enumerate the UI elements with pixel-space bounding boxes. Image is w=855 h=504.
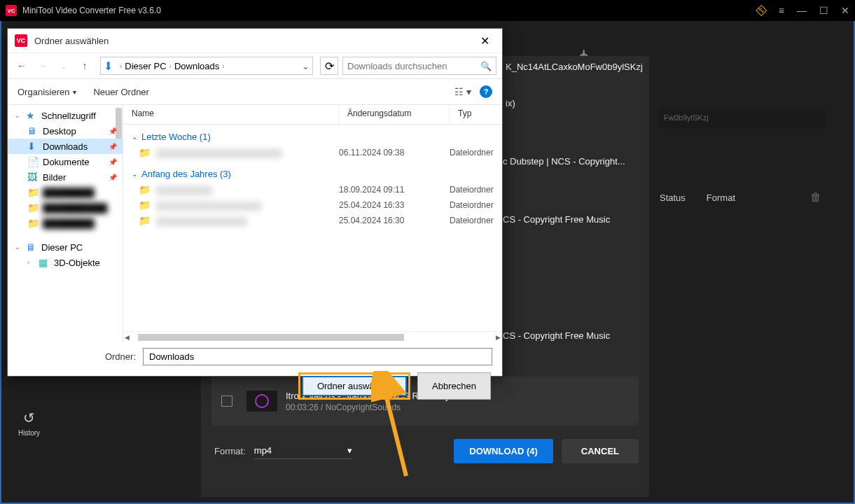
collapse-icon[interactable]: ⌄ — [15, 244, 22, 251]
cancel-dialog-button[interactable]: Abbrechen — [417, 372, 491, 400]
close-app-button[interactable]: ✕ — [841, 5, 849, 16]
tree-quick-access[interactable]: ⌄ ★ Schnellzugriff — [8, 108, 123, 123]
folder-icon: 📁 — [27, 187, 39, 198]
file-list: Name Änderungsdatum Typ ⌄Letzte Woche (1… — [123, 105, 502, 342]
breadcrumb-pc[interactable]: Dieser PC — [125, 61, 166, 71]
file-date: 25.04.2024 16:30 — [339, 216, 450, 225]
bg-header-row: Status Format — [660, 192, 735, 203]
file-date: 18.09.2024 09:11 — [339, 185, 450, 195]
group-start-year[interactable]: ⌄Anfang des Jahres (3) — [123, 166, 502, 182]
col-type[interactable]: Typ — [450, 105, 502, 124]
search-input[interactable] — [347, 61, 480, 71]
horizontal-scrollbar[interactable]: ◀ ▶ — [123, 331, 502, 342]
scroll-left-icon[interactable]: ◀ — [125, 334, 130, 341]
tree-hidden-folder[interactable]: 📁████████ — [8, 185, 123, 200]
download-button[interactable]: DOWNLOAD (4) — [454, 439, 553, 463]
tree-pictures[interactable]: 🖼 Bilder 📌 — [8, 169, 123, 185]
menu-icon[interactable]: ≡ — [779, 5, 784, 16]
folder-icon: 📁 — [139, 184, 151, 195]
group-last-week[interactable]: ⌄Letzte Woche (1) — [123, 129, 502, 145]
downloads-icon: ⬇ — [27, 141, 39, 152]
format-header: Format — [707, 192, 735, 203]
breadcrumb-folder[interactable]: Downloads — [174, 61, 219, 71]
bg-row2: CS - Copyright Free Music — [503, 214, 610, 225]
app-titlebar: VC MiniTool Video Converter Free v3.6.0 … — [0, 0, 855, 21]
tree-this-pc[interactable]: ⌄ 🖥 Dieser PC — [8, 239, 123, 255]
folder-input[interactable] — [143, 348, 492, 365]
dialog-toolbar: Organisieren ▾ Neuer Ordner ☷ ▾ ? — [8, 79, 502, 104]
file-row[interactable]: 📁 25.04.2024 16:33 Dateiordner — [123, 197, 502, 213]
url-input-fragment: Fw0b9ylSKzj — [658, 109, 826, 129]
scrollbar-thumb[interactable] — [138, 334, 404, 341]
dialog-titlebar: VC Ordner auswählen ✕ — [8, 29, 502, 52]
status-header: Status — [660, 192, 686, 203]
format-select[interactable]: mp4 ▾ — [254, 442, 352, 459]
cancel-download-button[interactable]: CANCEL — [562, 439, 639, 463]
folder-tree[interactable]: ⌄ ★ Schnellzugriff 🖥 Desktop 📌 ⬇ Downloa… — [8, 105, 123, 342]
search-box[interactable]: 🔍 — [342, 57, 496, 75]
search-icon: 🔍 — [480, 61, 492, 71]
select-folder-button[interactable]: Ordner auswählen — [302, 376, 407, 396]
desktop-icon: 🖥 — [27, 125, 39, 136]
trash-icon[interactable]: 🗑 — [810, 191, 821, 204]
view-mode-button[interactable]: ☷ ▾ — [454, 86, 471, 97]
format-value: mp4 — [254, 445, 272, 456]
pin-icon: 📌 — [109, 158, 117, 166]
dialog-nav: ← → ⌄ ↑ ⬇ › Dieser PC › Downloads › ⌄ ⟳ … — [8, 52, 502, 79]
format-label: Format: — [214, 446, 246, 456]
nav-recent-dropdown[interactable]: ⌄ — [55, 57, 72, 74]
file-list-body[interactable]: ⌄Letzte Woche (1) 📁 06.11.2024 09:38 Dat… — [123, 125, 502, 331]
collapse-icon[interactable]: ⌄ — [15, 112, 22, 119]
chevron-down-icon: ▾ — [347, 445, 352, 456]
tree-hidden-folder[interactable]: 📁██████████ — [8, 200, 123, 216]
folder-label: Ordner: — [104, 351, 136, 362]
pictures-icon: 🖼 — [27, 172, 39, 183]
tree-documents[interactable]: 📄 Dokumente 📌 — [8, 154, 123, 169]
dialog-footer: Ordner: Ordner auswählen Abbrechen — [8, 342, 502, 405]
nav-up-button[interactable]: ↑ — [76, 57, 93, 74]
breadcrumb[interactable]: ⬇ › Dieser PC › Downloads › ⌄ — [100, 57, 313, 75]
tree-hidden-folder[interactable]: 📁████████ — [8, 216, 123, 231]
dialog-close-button[interactable]: ✕ — [475, 31, 495, 50]
minimize-button[interactable]: — — [797, 5, 807, 16]
bottom-bar: Format: mp4 ▾ DOWNLOAD (4) CANCEL — [211, 438, 639, 464]
col-modified[interactable]: Änderungsdatum — [339, 105, 450, 124]
maximize-button[interactable]: ☐ — [819, 5, 828, 16]
file-type: Dateiordner — [450, 148, 502, 158]
star-icon: ★ — [26, 110, 37, 121]
nav-forward-button[interactable]: → — [34, 57, 51, 74]
tree-desktop[interactable]: 🖥 Desktop 📌 — [8, 123, 123, 139]
key-icon[interactable]: ⚿ — [753, 3, 768, 18]
folder-icon: 📁 — [27, 202, 39, 214]
file-date: 25.04.2024 16:33 — [339, 200, 450, 210]
file-date: 06.11.2024 09:38 — [339, 148, 450, 158]
app-logo-icon: VC — [6, 5, 17, 16]
folder-icon: 📁 — [139, 147, 151, 158]
3d-icon: ▦ — [39, 257, 50, 268]
file-list-header: Name Änderungsdatum Typ — [123, 105, 502, 125]
tree-3d-objects[interactable]: › ▦ 3D-Objekte — [8, 255, 123, 270]
folder-icon: 📁 — [139, 200, 151, 211]
file-row[interactable]: 📁 25.04.2024 16:30 Dateiordner — [123, 213, 502, 228]
history-button[interactable]: ↺ History — [18, 410, 40, 437]
dialog-title: Ordner auswählen — [34, 36, 475, 46]
expand-icon[interactable]: › — [27, 259, 34, 266]
new-folder-button[interactable]: Neuer Ordner — [93, 87, 148, 97]
scroll-right-icon[interactable]: ▶ — [496, 334, 501, 341]
help-button[interactable]: ? — [480, 85, 492, 98]
app-title: MiniTool Video Converter Free v3.6.0 — [22, 6, 756, 15]
dialog-logo-icon: VC — [15, 34, 27, 47]
col-name[interactable]: Name — [123, 105, 339, 124]
nav-back-button[interactable]: ← — [13, 57, 30, 74]
folder-dialog: VC Ordner auswählen ✕ ← → ⌄ ↑ ⬇ › Dieser… — [7, 28, 503, 377]
chevron-right-icon: › — [169, 62, 172, 70]
file-type: Dateiordner — [450, 200, 502, 210]
breadcrumb-dropdown-icon[interactable]: ⌄ — [302, 61, 310, 71]
folder-icon: 📁 — [139, 215, 151, 226]
tree-downloads[interactable]: ⬇ Downloads 📌 — [8, 139, 123, 154]
organize-button[interactable]: Organisieren ▾ — [18, 87, 76, 97]
file-row[interactable]: 📁 18.09.2024 09:11 Dateiordner — [123, 182, 502, 197]
chevron-down-icon: ⌄ — [132, 170, 137, 178]
refresh-button[interactable]: ⟳ — [320, 57, 338, 75]
file-row[interactable]: 📁 06.11.2024 09:38 Dateiordner — [123, 145, 502, 160]
